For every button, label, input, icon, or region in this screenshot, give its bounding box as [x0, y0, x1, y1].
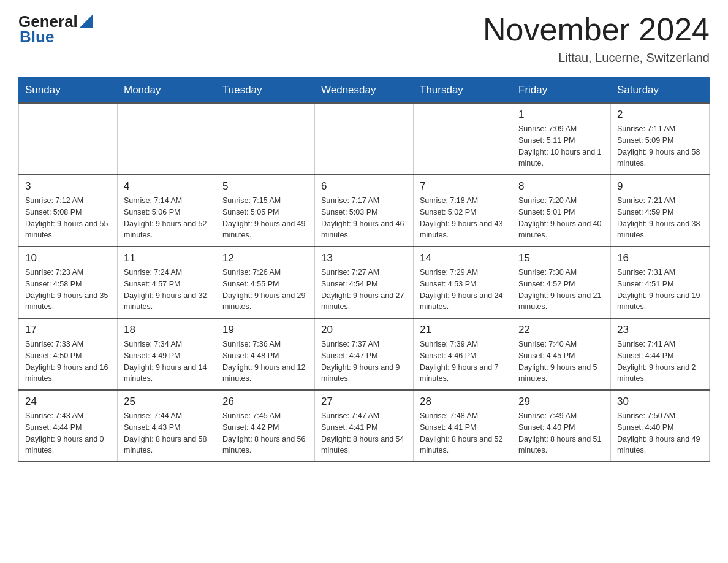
- day-info: Sunrise: 7:39 AM Sunset: 4:46 PM Dayligh…: [420, 339, 506, 385]
- day-number: 14: [420, 252, 506, 264]
- day-number: 18: [124, 324, 210, 336]
- day-info: Sunrise: 7:36 AM Sunset: 4:48 PM Dayligh…: [222, 339, 308, 385]
- calendar-cell: 25Sunrise: 7:44 AM Sunset: 4:43 PM Dayli…: [118, 390, 216, 462]
- calendar-cell: 2Sunrise: 7:11 AM Sunset: 5:09 PM Daylig…: [611, 103, 710, 175]
- weekday-header-row: SundayMondayTuesdayWednesdayThursdayFrid…: [19, 78, 710, 104]
- calendar-cell: 26Sunrise: 7:45 AM Sunset: 4:42 PM Dayli…: [216, 390, 315, 462]
- calendar-cell: [19, 103, 118, 175]
- calendar-cell: 13Sunrise: 7:27 AM Sunset: 4:54 PM Dayli…: [315, 247, 414, 318]
- day-info: Sunrise: 7:29 AM Sunset: 4:53 PM Dayligh…: [420, 267, 506, 313]
- day-info: Sunrise: 7:27 AM Sunset: 4:54 PM Dayligh…: [321, 267, 407, 313]
- weekday-header-saturday: Saturday: [611, 78, 710, 104]
- day-number: 7: [420, 180, 506, 193]
- calendar-week-row-3: 10Sunrise: 7:23 AM Sunset: 4:58 PM Dayli…: [19, 247, 710, 318]
- page-header: General Blue November 2024 Littau, Lucer…: [18, 12, 710, 65]
- svg-marker-0: [80, 14, 93, 28]
- day-info: Sunrise: 7:11 AM Sunset: 5:09 PM Dayligh…: [617, 123, 703, 169]
- calendar-cell: 23Sunrise: 7:41 AM Sunset: 4:44 PM Dayli…: [611, 318, 710, 390]
- calendar-cell: 4Sunrise: 7:14 AM Sunset: 5:06 PM Daylig…: [118, 175, 216, 247]
- calendar-cell: 14Sunrise: 7:29 AM Sunset: 4:53 PM Dayli…: [414, 247, 512, 318]
- calendar-cell: 12Sunrise: 7:26 AM Sunset: 4:55 PM Dayli…: [216, 247, 315, 318]
- day-number: 24: [25, 396, 111, 408]
- weekday-header-sunday: Sunday: [19, 78, 118, 104]
- day-number: 11: [124, 252, 210, 264]
- calendar-cell: 5Sunrise: 7:15 AM Sunset: 5:05 PM Daylig…: [216, 175, 315, 247]
- day-number: 30: [617, 396, 703, 408]
- weekday-header-tuesday: Tuesday: [216, 78, 315, 104]
- day-info: Sunrise: 7:50 AM Sunset: 4:40 PM Dayligh…: [617, 410, 703, 456]
- day-number: 19: [222, 324, 308, 336]
- calendar-week-row-5: 24Sunrise: 7:43 AM Sunset: 4:44 PM Dayli…: [19, 390, 710, 462]
- calendar-cell: 24Sunrise: 7:43 AM Sunset: 4:44 PM Dayli…: [19, 390, 118, 462]
- day-number: 23: [617, 324, 703, 336]
- day-number: 2: [617, 109, 703, 121]
- calendar-week-row-2: 3Sunrise: 7:12 AM Sunset: 5:08 PM Daylig…: [19, 175, 710, 247]
- calendar-cell: 27Sunrise: 7:47 AM Sunset: 4:41 PM Dayli…: [315, 390, 414, 462]
- calendar-cell: 22Sunrise: 7:40 AM Sunset: 4:45 PM Dayli…: [512, 318, 611, 390]
- day-number: 22: [518, 324, 604, 336]
- calendar-cell: 21Sunrise: 7:39 AM Sunset: 4:46 PM Dayli…: [414, 318, 512, 390]
- calendar-cell: 6Sunrise: 7:17 AM Sunset: 5:03 PM Daylig…: [315, 175, 414, 247]
- day-number: 6: [321, 180, 407, 193]
- logo: General Blue: [18, 12, 93, 47]
- day-info: Sunrise: 7:24 AM Sunset: 4:57 PM Dayligh…: [124, 267, 210, 313]
- day-info: Sunrise: 7:12 AM Sunset: 5:08 PM Dayligh…: [25, 195, 111, 241]
- day-number: 15: [518, 252, 604, 264]
- title-block: November 2024 Littau, Lucerne, Switzerla…: [483, 12, 710, 65]
- day-info: Sunrise: 7:21 AM Sunset: 4:59 PM Dayligh…: [617, 195, 703, 241]
- day-info: Sunrise: 7:30 AM Sunset: 4:52 PM Dayligh…: [518, 267, 604, 313]
- day-info: Sunrise: 7:18 AM Sunset: 5:02 PM Dayligh…: [420, 195, 506, 241]
- day-info: Sunrise: 7:41 AM Sunset: 4:44 PM Dayligh…: [617, 339, 703, 385]
- calendar-cell: [414, 103, 512, 175]
- calendar-table: SundayMondayTuesdayWednesdayThursdayFrid…: [18, 77, 710, 462]
- day-number: 29: [518, 396, 604, 408]
- calendar-week-row-1: 1Sunrise: 7:09 AM Sunset: 5:11 PM Daylig…: [19, 103, 710, 175]
- day-number: 5: [222, 180, 308, 193]
- day-number: 16: [617, 252, 703, 264]
- calendar-cell: 20Sunrise: 7:37 AM Sunset: 4:47 PM Dayli…: [315, 318, 414, 390]
- day-number: 20: [321, 324, 407, 336]
- calendar-cell: 19Sunrise: 7:36 AM Sunset: 4:48 PM Dayli…: [216, 318, 315, 390]
- calendar-cell: [216, 103, 315, 175]
- day-number: 17: [25, 324, 111, 336]
- day-info: Sunrise: 7:34 AM Sunset: 4:49 PM Dayligh…: [124, 339, 210, 385]
- day-number: 3: [25, 180, 111, 193]
- day-number: 26: [222, 396, 308, 408]
- calendar-cell: 3Sunrise: 7:12 AM Sunset: 5:08 PM Daylig…: [19, 175, 118, 247]
- day-info: Sunrise: 7:09 AM Sunset: 5:11 PM Dayligh…: [518, 123, 604, 169]
- day-number: 28: [420, 396, 506, 408]
- day-info: Sunrise: 7:17 AM Sunset: 5:03 PM Dayligh…: [321, 195, 407, 241]
- day-info: Sunrise: 7:14 AM Sunset: 5:06 PM Dayligh…: [124, 195, 210, 241]
- weekday-header-thursday: Thursday: [414, 78, 512, 104]
- month-title: November 2024: [483, 12, 710, 47]
- weekday-header-monday: Monday: [118, 78, 216, 104]
- day-info: Sunrise: 7:23 AM Sunset: 4:58 PM Dayligh…: [25, 267, 111, 313]
- logo-blue: Blue: [20, 28, 54, 47]
- day-number: 4: [124, 180, 210, 193]
- day-info: Sunrise: 7:15 AM Sunset: 5:05 PM Dayligh…: [222, 195, 308, 241]
- day-number: 13: [321, 252, 407, 264]
- day-number: 1: [518, 109, 604, 121]
- location-subtitle: Littau, Lucerne, Switzerland: [483, 51, 710, 65]
- calendar-cell: 17Sunrise: 7:33 AM Sunset: 4:50 PM Dayli…: [19, 318, 118, 390]
- day-info: Sunrise: 7:26 AM Sunset: 4:55 PM Dayligh…: [222, 267, 308, 313]
- calendar-cell: 10Sunrise: 7:23 AM Sunset: 4:58 PM Dayli…: [19, 247, 118, 318]
- day-info: Sunrise: 7:47 AM Sunset: 4:41 PM Dayligh…: [321, 410, 407, 456]
- calendar-cell: 29Sunrise: 7:49 AM Sunset: 4:40 PM Dayli…: [512, 390, 611, 462]
- day-number: 9: [617, 180, 703, 193]
- calendar-cell: 18Sunrise: 7:34 AM Sunset: 4:49 PM Dayli…: [118, 318, 216, 390]
- weekday-header-wednesday: Wednesday: [315, 78, 414, 104]
- day-info: Sunrise: 7:40 AM Sunset: 4:45 PM Dayligh…: [518, 339, 604, 385]
- calendar-cell: 15Sunrise: 7:30 AM Sunset: 4:52 PM Dayli…: [512, 247, 611, 318]
- day-info: Sunrise: 7:37 AM Sunset: 4:47 PM Dayligh…: [321, 339, 407, 385]
- day-number: 12: [222, 252, 308, 264]
- day-info: Sunrise: 7:49 AM Sunset: 4:40 PM Dayligh…: [518, 410, 604, 456]
- calendar-cell: [315, 103, 414, 175]
- day-info: Sunrise: 7:20 AM Sunset: 5:01 PM Dayligh…: [518, 195, 604, 241]
- day-info: Sunrise: 7:48 AM Sunset: 4:41 PM Dayligh…: [420, 410, 506, 456]
- calendar-cell: [118, 103, 216, 175]
- calendar-cell: 11Sunrise: 7:24 AM Sunset: 4:57 PM Dayli…: [118, 247, 216, 318]
- day-info: Sunrise: 7:43 AM Sunset: 4:44 PM Dayligh…: [25, 410, 111, 456]
- day-info: Sunrise: 7:31 AM Sunset: 4:51 PM Dayligh…: [617, 267, 703, 313]
- day-info: Sunrise: 7:45 AM Sunset: 4:42 PM Dayligh…: [222, 410, 308, 456]
